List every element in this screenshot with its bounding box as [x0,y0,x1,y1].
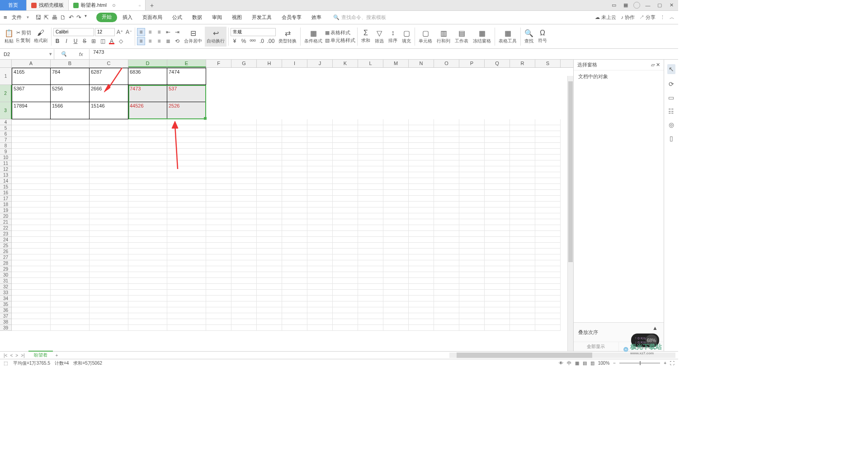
cell-empty[interactable] [459,325,485,331]
col-K[interactable]: K [333,60,358,67]
cell-empty[interactable] [333,307,358,313]
cell-B2[interactable]: 5256 [51,85,90,102]
cell-empty[interactable] [307,207,333,213]
cell-empty[interactable] [434,325,459,331]
cell-empty[interactable] [535,160,561,166]
cell-empty[interactable] [333,184,358,190]
cell-empty[interactable] [231,202,257,207]
cell-empty[interactable] [90,260,128,266]
cell-empty[interactable] [434,166,459,172]
cell-empty[interactable] [510,137,535,143]
currency-icon[interactable]: ¥ [231,37,239,45]
align-center-icon[interactable]: ≡ [146,37,154,45]
cell-empty[interactable] [358,301,383,307]
cell-empty[interactable] [459,296,485,301]
cell-empty[interactable] [51,196,90,202]
cell-empty[interactable] [51,249,90,254]
cell-empty[interactable] [257,155,282,160]
cell-empty[interactable] [535,272,561,278]
cell-empty[interactable] [231,155,257,160]
tab-dev[interactable]: 开发工具 [247,13,276,22]
cell-empty[interactable] [383,266,409,272]
chevron-down-icon[interactable]: ▼ [26,15,30,19]
cell-empty[interactable] [128,213,167,219]
cell-empty[interactable] [333,160,358,166]
cell-empty[interactable] [307,296,333,301]
cell-empty[interactable] [206,284,231,290]
cell-empty[interactable] [12,125,51,131]
collapse-ribbon-icon[interactable]: ︿ [670,14,675,21]
cell-empty[interactable] [510,149,535,155]
cell-empty[interactable] [535,313,561,319]
select-all-corner[interactable] [0,60,12,67]
cell-empty[interactable] [282,160,307,166]
cell-empty[interactable] [510,172,535,178]
cell-empty[interactable] [128,313,167,319]
cell-empty[interactable] [51,237,90,243]
cell-empty[interactable] [282,143,307,149]
cell-empty[interactable] [282,290,307,296]
cell-empty[interactable] [206,172,231,178]
cell-empty[interactable] [282,254,307,260]
cell-empty[interactable] [485,325,510,331]
cell-empty[interactable] [358,131,383,137]
cell-empty[interactable] [434,290,459,296]
cell-empty[interactable] [282,225,307,231]
align-mid-icon[interactable]: ≡ [146,28,154,36]
cell-empty[interactable] [307,301,333,307]
cell-empty[interactable] [12,266,51,272]
cell-empty[interactable] [485,160,510,166]
cell-empty[interactable] [383,155,409,160]
comma-icon[interactable]: ººº [249,37,257,45]
cell-empty[interactable] [358,307,383,313]
cell-empty[interactable] [257,319,282,325]
cell-empty[interactable] [409,225,434,231]
cell-empty[interactable] [485,178,510,184]
cell-empty[interactable] [307,284,333,290]
cell-empty[interactable] [485,137,510,143]
cell-empty[interactable] [333,190,358,196]
cell-empty[interactable] [257,284,282,290]
worksheet-button[interactable]: ▤工作表 [453,27,470,47]
cell-empty[interactable] [434,301,459,307]
cell-empty[interactable] [358,149,383,155]
cell-empty[interactable] [307,254,333,260]
cell-empty[interactable] [535,307,561,313]
cell-empty[interactable] [282,249,307,254]
cell-empty[interactable] [257,272,282,278]
cell-B3[interactable]: 1566 [51,102,90,119]
cell-empty[interactable] [485,196,510,202]
cell-empty[interactable] [128,237,167,243]
col-O[interactable]: O [434,60,459,67]
cell-empty[interactable] [257,307,282,313]
format-painter-button[interactable]: 🖌格式刷 [32,27,49,47]
cell-empty[interactable] [257,325,282,331]
paste-button[interactable]: 📋粘贴 [3,27,15,47]
cell-empty[interactable] [485,278,510,284]
cell-empty[interactable] [358,160,383,166]
cell-button[interactable]: ▢单元格 [417,27,434,47]
cell-empty[interactable] [333,143,358,149]
cell-empty[interactable] [333,178,358,184]
cell-empty[interactable] [128,307,167,313]
cell-empty[interactable] [358,202,383,207]
cell-empty[interactable] [383,307,409,313]
cell-empty[interactable] [231,184,257,190]
cell-empty[interactable] [167,213,206,219]
cell-empty[interactable] [485,143,510,149]
cell-A3[interactable]: 17894 [12,102,51,119]
cell-empty[interactable] [383,313,409,319]
cell-empty[interactable] [333,243,358,249]
cell-empty[interactable] [307,143,333,149]
cell-empty[interactable] [485,290,510,296]
cell-empty[interactable] [307,178,333,184]
cell-empty[interactable] [128,290,167,296]
lang-icon[interactable]: 中 [567,360,571,367]
cell-empty[interactable] [257,243,282,249]
backup-icon[interactable]: ◎ [669,121,674,128]
eye-icon[interactable]: 👁 [559,361,563,366]
cell-empty[interactable] [383,137,409,143]
cell-empty[interactable] [333,125,358,131]
tab-review[interactable]: 审阅 [208,13,226,22]
cell-empty[interactable] [12,237,51,243]
